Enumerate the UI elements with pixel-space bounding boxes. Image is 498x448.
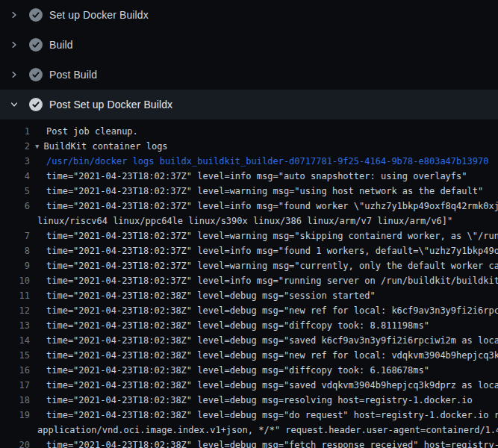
line-number[interactable]: 20 [0, 438, 30, 448]
line-number[interactable]: 19 [0, 408, 30, 423]
check-circle-icon [29, 38, 43, 52]
log-line-continuation: application/vnd.oci.image.index.v1+json,… [0, 423, 498, 438]
line-number[interactable]: 8 [0, 243, 30, 258]
log-text: time="2021-04-23T18:02:38Z" level=debug … [46, 440, 498, 448]
log-line: 7time="2021-04-23T18:02:37Z" level=warni… [0, 228, 498, 243]
log-text: time="2021-04-23T18:02:38Z" level=debug … [46, 290, 376, 301]
log-text: time="2021-04-23T18:02:37Z" level=warnin… [46, 261, 498, 271]
log-line: 9time="2021-04-23T18:02:37Z" level=warni… [0, 258, 498, 273]
step-row-post-set-up-docker-buildx[interactable]: Post Set up Docker Buildx [0, 90, 498, 119]
log-line: 3/usr/bin/docker logs buildx_buildkit_bu… [0, 154, 498, 169]
line-number[interactable]: 15 [0, 348, 30, 363]
log-text: time="2021-04-23T18:02:38Z" level=debug … [46, 365, 429, 376]
log-text: application/vnd.oci.image.index.v1+json,… [37, 425, 498, 435]
check-circle-icon [29, 98, 43, 111]
line-number[interactable]: 18 [0, 393, 30, 408]
log-text: linux/riscv64 linux/ppc64le linux/s390x … [37, 216, 452, 226]
log-text: time="2021-04-23T18:02:38Z" level=debug … [46, 350, 498, 361]
log-text: time="2021-04-23T18:02:38Z" level=debug … [46, 335, 498, 346]
line-number[interactable]: 5 [0, 184, 30, 199]
step-label: Set up Docker Buildx [49, 9, 149, 21]
log-group-label: BuildKit container logs [43, 141, 167, 152]
log-line: 2▼BuildKit container logs [0, 139, 498, 154]
log-group-toggle[interactable]: ▼BuildKit container logs [35, 139, 168, 154]
log-line: 11time="2021-04-23T18:02:38Z" level=debu… [0, 288, 498, 303]
line-number[interactable]: 12 [0, 303, 30, 318]
log-text: time="2021-04-23T18:02:37Z" level=info m… [46, 171, 467, 181]
chevron-down-icon [9, 99, 19, 110]
line-number[interactable]: 4 [0, 169, 30, 184]
check-circle-icon [29, 68, 43, 81]
log-line-continuation: linux/riscv64 linux/ppc64le linux/s390x … [0, 214, 498, 228]
log-text: time="2021-04-23T18:02:38Z" level=debug … [46, 305, 498, 316]
line-number[interactable]: 1 [0, 124, 30, 139]
check-circle-icon [29, 8, 43, 22]
line-number[interactable]: 11 [0, 288, 30, 303]
log-text: time="2021-04-23T18:02:37Z" level=warnin… [46, 231, 498, 241]
log-line: 4time="2021-04-23T18:02:37Z" level=info … [0, 169, 498, 184]
line-number[interactable]: 14 [0, 333, 30, 348]
log-text: time="2021-04-23T18:02:38Z" level=debug … [46, 320, 429, 331]
log-line: 8time="2021-04-23T18:02:37Z" level=info … [0, 243, 498, 258]
log-text: time="2021-04-23T18:02:38Z" level=debug … [46, 410, 498, 420]
line-number[interactable]: 3 [0, 154, 30, 169]
log-line: 18time="2021-04-23T18:02:38Z" level=debu… [0, 393, 498, 408]
log-line: 1Post job cleanup. [0, 124, 498, 139]
steps-list: Set up Docker BuildxBuildPost BuildPost … [0, 0, 498, 119]
log-text: time="2021-04-23T18:02:38Z" level=debug … [46, 380, 498, 391]
chevron-right-icon [9, 40, 19, 50]
line-number[interactable]: 2 [0, 139, 30, 154]
line-number[interactable]: 13 [0, 318, 30, 333]
log-text: time="2021-04-23T18:02:37Z" level=warnin… [46, 186, 483, 196]
log-line: 6time="2021-04-23T18:02:37Z" level=info … [0, 199, 498, 214]
line-number[interactable]: 7 [0, 228, 30, 243]
log-text: time="2021-04-23T18:02:37Z" level=info m… [46, 201, 498, 211]
log-line: 14time="2021-04-23T18:02:38Z" level=debu… [0, 333, 498, 348]
log-text: time="2021-04-23T18:02:38Z" level=debug … [46, 395, 473, 405]
log-line: 20time="2021-04-23T18:02:38Z" level=debu… [0, 438, 498, 448]
step-label: Build [49, 39, 73, 51]
log-text: time="2021-04-23T18:02:37Z" level=info m… [46, 276, 498, 286]
log-line: 13time="2021-04-23T18:02:38Z" level=debu… [0, 318, 498, 333]
log-text: Post job cleanup. [46, 126, 138, 137]
log-line: 19time="2021-04-23T18:02:38Z" level=debu… [0, 408, 498, 423]
log-line: 15time="2021-04-23T18:02:38Z" level=debu… [0, 348, 498, 363]
log-line: 5time="2021-04-23T18:02:37Z" level=warni… [0, 184, 498, 199]
chevron-right-icon [9, 10, 19, 20]
line-number[interactable]: 17 [0, 378, 30, 393]
log-line: 12time="2021-04-23T18:02:38Z" level=debu… [0, 303, 498, 318]
log-command-text: /usr/bin/docker logs buildx_buildkit_bui… [46, 156, 488, 167]
step-row-build[interactable]: Build [0, 30, 498, 60]
log-line: 16time="2021-04-23T18:02:38Z" level=debu… [0, 363, 498, 378]
chevron-right-icon [9, 69, 19, 80]
log-line: 10time="2021-04-23T18:02:37Z" level=info… [0, 273, 498, 288]
triangle-down-icon: ▼ [35, 139, 39, 154]
log-text: time="2021-04-23T18:02:37Z" level=info m… [46, 246, 498, 256]
step-row-set-up-docker-buildx[interactable]: Set up Docker Buildx [0, 0, 498, 30]
line-number[interactable]: 9 [0, 258, 30, 273]
line-number[interactable]: 10 [0, 273, 30, 288]
step-label: Post Build [49, 69, 97, 81]
line-number[interactable]: 6 [0, 199, 30, 214]
step-row-post-build[interactable]: Post Build [0, 60, 498, 90]
log-line: 17time="2021-04-23T18:02:38Z" level=debu… [0, 378, 498, 393]
actions-log-panel: Set up Docker BuildxBuildPost BuildPost … [0, 0, 498, 448]
line-number[interactable]: 16 [0, 363, 30, 378]
log-viewer: 1Post job cleanup.2▼BuildKit container l… [0, 119, 498, 448]
step-label: Post Set up Docker Buildx [49, 99, 172, 111]
